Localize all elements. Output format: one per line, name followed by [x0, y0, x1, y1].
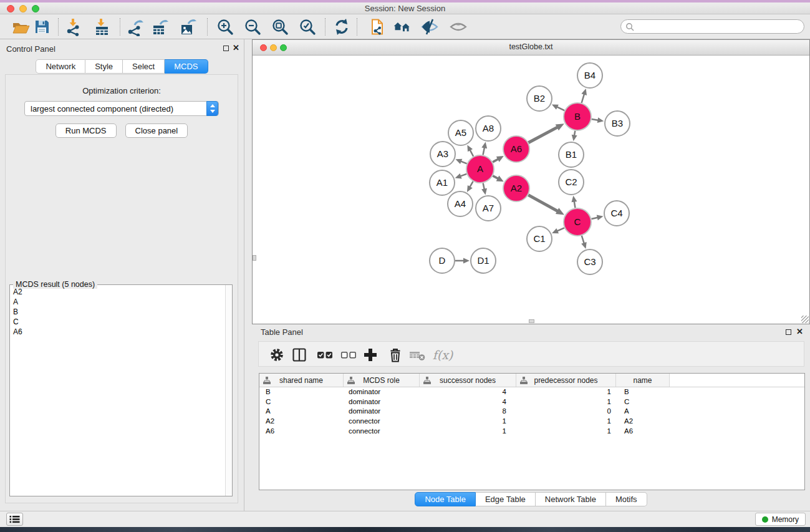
network-node-A3[interactable]: A3 [430, 142, 455, 167]
tab-motifs[interactable]: Motifs [606, 492, 647, 506]
open-file-button[interactable] [11, 17, 30, 36]
resize-corner-handle[interactable] [801, 316, 809, 323]
search-input[interactable] [636, 21, 798, 32]
network-node-A5[interactable]: A5 [448, 120, 473, 145]
network-node-A8[interactable]: A8 [476, 116, 501, 141]
edge-A6-B[interactable] [528, 127, 558, 142]
memory-button[interactable]: Memory [755, 513, 806, 526]
tab-select[interactable]: Select [123, 59, 165, 74]
network-window-title: testGlobe.txt [253, 42, 809, 51]
tab-network[interactable]: Network [36, 59, 85, 74]
import-table-button[interactable] [92, 17, 111, 36]
delete-table-button[interactable] [408, 346, 426, 364]
table-row[interactable]: A6connector11A6 [259, 427, 804, 437]
edge-C-C3[interactable] [582, 236, 584, 244]
float-panel-icon[interactable] [223, 46, 229, 51]
network-node-B4[interactable]: B4 [577, 63, 602, 88]
close-panel-button[interactable]: Close panel [125, 123, 188, 138]
tab-node-table[interactable]: Node Table [415, 492, 476, 506]
status-bar: Memory [0, 511, 810, 527]
task-history-button[interactable] [6, 513, 23, 526]
edge-B-B2[interactable] [556, 107, 564, 110]
tab-style[interactable]: Style [85, 59, 123, 74]
network-node-A[interactable]: A [466, 155, 494, 183]
network-node-C4[interactable]: C4 [604, 201, 629, 226]
network-node-B1[interactable]: B1 [559, 142, 584, 167]
function-builder-button[interactable]: f(x) [430, 346, 456, 364]
tab-network-table[interactable]: Network Table [536, 492, 606, 506]
mcds-result-item[interactable]: B [11, 307, 224, 317]
left-splitter-handle[interactable] [253, 255, 256, 261]
network-node-C3[interactable]: C3 [577, 249, 602, 274]
edge-C-C1[interactable] [556, 228, 564, 231]
hide-selected-button[interactable] [420, 17, 439, 36]
network-node-B2[interactable]: B2 [527, 86, 552, 111]
delete-columns-button[interactable] [387, 346, 405, 364]
mcds-result-item[interactable]: C [11, 317, 224, 327]
zoom-in-button[interactable] [216, 17, 234, 36]
import-table-icon [92, 17, 111, 36]
table-cell: C [259, 397, 344, 407]
deselect-all-button[interactable] [340, 346, 357, 364]
svg-text:C: C [574, 216, 581, 227]
zoom-selected-button[interactable] [298, 17, 317, 36]
create-column-button[interactable] [362, 346, 380, 364]
edge-A2-C[interactable] [528, 195, 558, 211]
run-mcds-button[interactable]: Run MCDS [55, 123, 117, 138]
table-cell: dominator [344, 397, 420, 407]
network-node-C1[interactable]: C1 [527, 226, 552, 251]
network-node-C2[interactable]: C2 [559, 170, 584, 195]
column-header-successor-nodes[interactable]: successor nodes [420, 374, 516, 387]
node-table-body: Bdominator41BCdominator41CAdominator80AA… [259, 387, 804, 436]
clone-network-button[interactable] [368, 17, 387, 36]
column-header-shared-name[interactable]: shared name [259, 374, 344, 387]
show-selected-button[interactable] [449, 17, 468, 36]
network-node-A4[interactable]: A4 [448, 191, 473, 216]
float-table-panel-icon[interactable] [786, 329, 791, 335]
show-all-networks-button[interactable] [393, 17, 414, 36]
close-panel-icon[interactable]: ✕ [233, 43, 239, 52]
network-node-C[interactable]: C [564, 208, 591, 236]
column-header-name[interactable]: name [616, 374, 670, 387]
close-table-panel-icon[interactable]: ✕ [796, 327, 803, 336]
network-node-A1[interactable]: A1 [430, 170, 455, 195]
tab-edge-table[interactable]: Edge Table [476, 492, 536, 506]
edge-B-B4[interactable] [582, 94, 585, 103]
mcds-result-item[interactable]: A2 [11, 287, 224, 297]
svg-text:C2: C2 [565, 177, 577, 187]
mcds-result-scrollbar[interactable] [225, 285, 232, 496]
zoom-out-button[interactable] [243, 17, 262, 36]
svg-text:A5: A5 [455, 127, 466, 138]
tab-mcds[interactable]: MCDS [165, 59, 208, 74]
table-row[interactable]: Bdominator41B [259, 387, 804, 397]
column-header-predecessor-nodes[interactable]: predecessor nodes [516, 374, 616, 387]
column-header-MCDS-role[interactable]: MCDS role [344, 374, 420, 387]
import-network-button[interactable] [64, 17, 83, 36]
network-node-A6[interactable]: A6 [503, 136, 529, 162]
bottom-splitter-handle[interactable] [529, 319, 534, 323]
select-all-button[interactable] [316, 346, 334, 364]
export-table-button[interactable] [151, 17, 170, 36]
export-image-button[interactable] [179, 17, 198, 36]
zoom-fit-button[interactable] [271, 17, 289, 36]
mcds-result-item[interactable]: A6 [11, 327, 224, 337]
table-row[interactable]: A2connector11A2 [259, 417, 804, 427]
network-canvas[interactable]: B4B2BB3A8A5A6A3B1AA1C2A2A4A7C4CC1C3DD1 [253, 56, 809, 324]
table-options-button[interactable] [269, 346, 286, 364]
save-session-button[interactable] [32, 17, 51, 36]
table-row[interactable]: Cdominator41C [259, 397, 804, 407]
export-network-button[interactable] [126, 17, 145, 36]
mcds-result-item[interactable]: A [11, 297, 224, 307]
network-node-B3[interactable]: B3 [605, 111, 630, 136]
show-column-button[interactable] [291, 346, 309, 364]
network-node-B[interactable]: B [564, 103, 591, 130]
network-window-titlebar[interactable]: testGlobe.txt [253, 40, 809, 56]
criterion-dropdown[interactable]: largest connected component (directed) [24, 101, 219, 116]
table-panel-tabs: Node TableEdge TableNetwork TableMotifs [252, 492, 810, 506]
network-node-D[interactable]: D [430, 248, 455, 273]
refresh-button[interactable] [332, 17, 351, 36]
network-node-A2[interactable]: A2 [503, 175, 529, 201]
table-row[interactable]: Adominator80A [259, 407, 804, 417]
network-node-D1[interactable]: D1 [471, 248, 496, 273]
network-node-A7[interactable]: A7 [476, 196, 501, 221]
